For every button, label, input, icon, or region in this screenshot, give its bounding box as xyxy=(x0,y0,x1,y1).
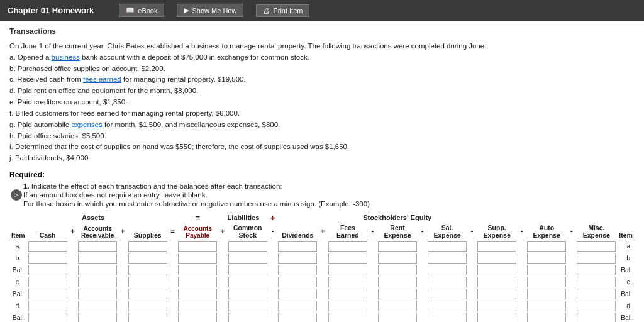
nav-arrow[interactable]: > xyxy=(11,189,22,201)
dividends-bal3[interactable] xyxy=(278,313,317,322)
cash-c[interactable] xyxy=(28,277,67,287)
misc-expense-bal1[interactable] xyxy=(577,265,616,275)
supp-expense-a[interactable] xyxy=(477,241,516,252)
show-me-how-button[interactable]: ▶ Show Me How xyxy=(177,4,243,17)
misc-expense-a[interactable] xyxy=(577,241,616,252)
common-stock-bal2[interactable] xyxy=(228,289,267,299)
misc-expense-d[interactable] xyxy=(577,301,616,311)
cash-bal2[interactable] xyxy=(28,289,67,299)
dividends-a[interactable] xyxy=(278,241,317,252)
fees-earned-bal3[interactable] xyxy=(328,313,367,322)
supplies-bal2[interactable] xyxy=(128,289,167,299)
supp-expense-bal1[interactable] xyxy=(477,265,516,275)
fees-earned-bal2[interactable] xyxy=(328,289,367,299)
misc-expense-bal3[interactable] xyxy=(577,313,616,322)
supp-expense-bal2[interactable] xyxy=(477,289,516,299)
auto-expense-bal1[interactable] xyxy=(527,265,566,275)
misc-expense-c[interactable] xyxy=(577,277,616,287)
auto-expense-a[interactable] xyxy=(527,241,566,252)
cash-a[interactable] xyxy=(28,241,67,252)
ap-bal1[interactable] xyxy=(178,265,217,275)
problem-intro: On June 1 of the current year, Chris Bat… xyxy=(9,41,635,52)
fees-earned-link[interactable]: fees earned xyxy=(83,75,121,83)
auto-expense-bal2[interactable] xyxy=(527,289,566,299)
auto-expense-b[interactable] xyxy=(527,253,566,264)
fees-earned-d[interactable] xyxy=(328,301,367,311)
rent-expense-b[interactable] xyxy=(378,253,417,264)
ar-bal2[interactable] xyxy=(78,289,117,299)
fees-earned-bal1[interactable] xyxy=(328,265,367,275)
ar-a[interactable] xyxy=(78,241,117,252)
dividends-bal2[interactable] xyxy=(278,289,317,299)
supp-expense-c[interactable] xyxy=(477,277,516,287)
dividends-c[interactable] xyxy=(278,277,317,287)
auto-expense-bal3[interactable] xyxy=(527,313,566,322)
expenses-link[interactable]: expenses xyxy=(71,121,102,128)
ap-bal3[interactable] xyxy=(178,313,217,322)
supp-expense-bal3[interactable] xyxy=(477,313,516,322)
supplies-bal1[interactable] xyxy=(128,265,167,275)
eq-op: = xyxy=(169,223,177,240)
rent-expense-c[interactable] xyxy=(378,277,417,287)
sal-expense-bal1[interactable] xyxy=(428,265,467,275)
ap-a[interactable] xyxy=(178,241,217,252)
misc-expense-b[interactable] xyxy=(577,253,616,264)
cash-bal1[interactable] xyxy=(28,265,67,275)
common-stock-bal3[interactable] xyxy=(228,313,267,322)
supplies-bal3[interactable] xyxy=(128,313,167,322)
ar-b[interactable] xyxy=(78,253,117,264)
supp-expense-d[interactable] xyxy=(477,301,516,311)
ar-bal1[interactable] xyxy=(78,265,117,275)
rent-expense-a[interactable] xyxy=(378,241,417,252)
dividends-bal1[interactable] xyxy=(278,265,317,275)
rent-expense-d[interactable] xyxy=(378,301,417,311)
dividends-d[interactable] xyxy=(278,301,317,311)
auto-expense-col-header: AutoExpense xyxy=(526,223,567,240)
row-label-bal2: Bal. xyxy=(9,288,27,300)
ar-c[interactable] xyxy=(78,277,117,287)
common-stock-b[interactable] xyxy=(228,253,267,264)
supplies-a[interactable] xyxy=(128,241,167,252)
row-label-bal1: Bal. xyxy=(9,264,27,276)
print-item-button[interactable]: 🖨 Print Item xyxy=(256,4,309,17)
ar-bal3[interactable] xyxy=(78,313,117,322)
common-stock-bal1[interactable] xyxy=(228,265,267,275)
fees-earned-c[interactable] xyxy=(328,277,367,287)
cash-bal3[interactable] xyxy=(28,313,67,322)
sal-expense-b[interactable] xyxy=(428,253,467,264)
fees-earned-b[interactable] xyxy=(328,253,367,264)
cash-b[interactable] xyxy=(28,253,67,264)
common-stock-a[interactable] xyxy=(228,241,267,252)
sal-expense-bal3[interactable] xyxy=(428,313,467,322)
supp-expense-b[interactable] xyxy=(477,253,516,264)
dividends-b[interactable] xyxy=(278,253,317,264)
common-stock-c[interactable] xyxy=(228,277,267,287)
misc-expense-bal2[interactable] xyxy=(577,289,616,299)
ap-c[interactable] xyxy=(178,277,217,287)
sal-expense-c[interactable] xyxy=(428,277,467,287)
fees-earned-a[interactable] xyxy=(328,241,367,252)
equity-header: Stockholders' Equity xyxy=(277,213,518,223)
row-label-d: d. xyxy=(9,300,27,312)
cash-d[interactable] xyxy=(28,301,67,311)
sal-expense-d[interactable] xyxy=(428,301,467,311)
rent-expense-bal3[interactable] xyxy=(378,313,417,322)
auto-expense-d[interactable] xyxy=(527,301,566,311)
common-stock-d[interactable] xyxy=(228,301,267,311)
supplies-b[interactable] xyxy=(128,253,167,264)
ebook-button[interactable]: 📖 eBook xyxy=(119,4,164,17)
business-link[interactable]: business xyxy=(52,53,80,61)
supplies-d[interactable] xyxy=(128,301,167,311)
rent-expense-bal1[interactable] xyxy=(378,265,417,275)
sal-expense-bal2[interactable] xyxy=(428,289,467,299)
section-title: Transactions xyxy=(9,27,635,36)
supplies-c[interactable] xyxy=(128,277,167,287)
ap-bal2[interactable] xyxy=(178,289,217,299)
sal-expense-a[interactable] xyxy=(428,241,467,252)
ap-d[interactable] xyxy=(178,301,217,311)
auto-expense-c[interactable] xyxy=(527,277,566,287)
ar-d[interactable] xyxy=(78,301,117,311)
ap-b[interactable] xyxy=(178,253,217,264)
rent-expense-bal2[interactable] xyxy=(378,289,417,299)
table-row: a. xyxy=(9,240,635,252)
